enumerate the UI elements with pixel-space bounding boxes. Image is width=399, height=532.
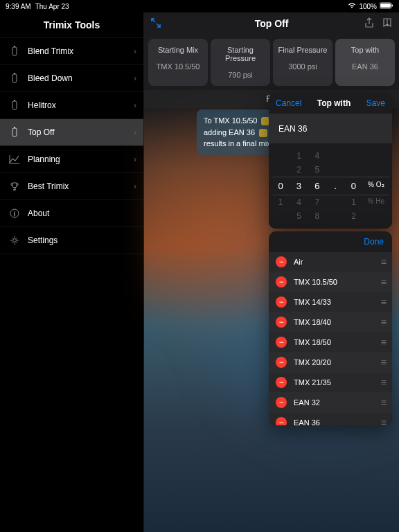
gear-icon bbox=[8, 234, 21, 247]
mix-list[interactable]: −Air≡ −TMX 10.5/50≡ −TMX 14/33≡ −TMX 18/… bbox=[269, 252, 392, 425]
delete-icon[interactable]: − bbox=[276, 417, 287, 425]
card-top-with[interactable]: Top with EAN 36 bbox=[335, 39, 395, 86]
cancel-button[interactable]: Cancel bbox=[276, 98, 301, 108]
mix-list-popover: Done −Air≡ −TMX 10.5/50≡ −TMX 14/33≡ −TM… bbox=[269, 231, 392, 425]
list-item[interactable]: −EAN 36≡ bbox=[269, 413, 392, 425]
svg-rect-10 bbox=[14, 127, 15, 128]
delete-icon[interactable]: − bbox=[276, 377, 287, 388]
drag-handle-icon[interactable]: ≡ bbox=[381, 317, 385, 328]
list-item[interactable]: −TMX 10.5/50≡ bbox=[269, 272, 392, 292]
list-item[interactable]: −TMX 18/40≡ bbox=[269, 312, 392, 332]
svg-rect-6 bbox=[14, 73, 15, 74]
value-slot bbox=[259, 129, 267, 137]
delete-icon[interactable]: − bbox=[276, 276, 287, 287]
unit-he: % He bbox=[365, 197, 387, 207]
svg-rect-8 bbox=[14, 100, 15, 101]
drag-handle-icon[interactable]: ≡ bbox=[381, 377, 385, 388]
sidebar-item-best-trimix[interactable]: Best Trimix › bbox=[0, 173, 143, 200]
expand-icon[interactable] bbox=[151, 18, 161, 30]
list-item[interactable]: −TMX 21/35≡ bbox=[269, 373, 392, 393]
list-item[interactable]: −EAN 32≡ bbox=[269, 393, 392, 413]
msg-line: adding EAN 36 bbox=[204, 128, 255, 136]
chevron-right-icon: › bbox=[134, 181, 136, 191]
svg-rect-2 bbox=[392, 5, 393, 7]
list-label: TMX 21/35 bbox=[294, 378, 381, 387]
sidebar-item-top-off[interactable]: Top Off › bbox=[0, 119, 143, 146]
sidebar-item-label: Helitrox bbox=[28, 100, 56, 110]
delete-icon[interactable]: − bbox=[276, 317, 287, 328]
sidebar-item-blend-trimix[interactable]: Blend Trimix › bbox=[0, 38, 143, 65]
sidebar-item-about[interactable]: About bbox=[0, 200, 143, 227]
delete-icon[interactable]: − bbox=[276, 337, 287, 348]
sidebar-item-planning[interactable]: Planning › bbox=[0, 146, 143, 173]
delete-icon[interactable]: − bbox=[276, 296, 287, 308]
summary-cards: Starting Mix TMX 10.5/50 Starting Pressu… bbox=[144, 35, 399, 90]
card-title: Starting Mix bbox=[151, 46, 205, 54]
sidebar-item-helitrox[interactable]: Helitrox › bbox=[0, 92, 143, 119]
mix-name-field[interactable]: EAN 36 bbox=[269, 114, 392, 143]
trophy-icon bbox=[8, 180, 21, 193]
save-button[interactable]: Save bbox=[366, 98, 385, 108]
card-value: 790 psi bbox=[213, 71, 267, 79]
main-panel: Top Off Starting Mix TMX 10.5/50 Startin… bbox=[144, 12, 399, 532]
list-item[interactable]: −TMX 14/33≡ bbox=[269, 292, 392, 312]
drag-handle-icon[interactable]: ≡ bbox=[381, 256, 385, 267]
list-item[interactable]: −TMX 20/20≡ bbox=[269, 353, 392, 373]
list-label: TMX 18/40 bbox=[294, 318, 381, 326]
sidebar-item-label: Planning bbox=[28, 154, 60, 164]
tank-icon bbox=[8, 72, 21, 85]
card-final-pressure[interactable]: Final Pressure 3000 psi bbox=[273, 39, 332, 86]
battery-icon bbox=[380, 2, 393, 10]
info-icon bbox=[8, 207, 21, 220]
card-starting-mix[interactable]: Starting Mix TMX 10.5/50 bbox=[148, 39, 208, 86]
drag-handle-icon[interactable]: ≡ bbox=[381, 337, 385, 348]
delete-icon[interactable]: − bbox=[276, 256, 287, 267]
drag-handle-icon[interactable]: ≡ bbox=[381, 397, 385, 408]
bookmark-icon[interactable] bbox=[382, 17, 392, 30]
drag-handle-icon[interactable]: ≡ bbox=[381, 417, 385, 425]
card-value: EAN 36 bbox=[338, 62, 392, 71]
svg-rect-9 bbox=[12, 128, 17, 136]
status-bar: 9:39 AM Thu Apr 23 100% bbox=[0, 0, 399, 12]
tank-icon bbox=[8, 99, 21, 112]
drag-handle-icon[interactable]: ≡ bbox=[381, 276, 385, 287]
top-with-popover: Cancel Top with Save EAN 36 14 25 036.0%… bbox=[269, 93, 392, 229]
chevron-right-icon: › bbox=[134, 73, 136, 83]
done-button[interactable]: Done bbox=[364, 237, 384, 247]
card-starting-pressure[interactable]: Starting Pressure 790 psi bbox=[211, 39, 270, 86]
battery-text: 100% bbox=[359, 3, 377, 10]
chevron-right-icon: › bbox=[134, 46, 136, 56]
drag-handle-icon[interactable]: ≡ bbox=[381, 296, 385, 308]
sidebar-item-label: Blend Trimix bbox=[28, 46, 73, 56]
tank-icon bbox=[8, 126, 21, 139]
svg-rect-5 bbox=[12, 74, 17, 82]
planning-icon bbox=[8, 153, 21, 166]
list-label: TMX 18/50 bbox=[294, 338, 381, 346]
chevron-right-icon: › bbox=[134, 127, 136, 137]
list-label: EAN 32 bbox=[294, 398, 381, 407]
list-label: TMX 20/20 bbox=[294, 358, 381, 366]
status-time: 9:39 AM bbox=[6, 3, 31, 10]
sidebar-item-settings[interactable]: Settings bbox=[0, 227, 143, 254]
list-item[interactable]: −TMX 18/50≡ bbox=[269, 332, 392, 353]
sidebar-item-label: Settings bbox=[28, 236, 57, 245]
sidebar-title: Trimix Tools bbox=[0, 12, 143, 38]
list-item[interactable]: −Air≡ bbox=[269, 252, 392, 272]
sidebar: Trimix Tools Blend Trimix › Bleed Down ›… bbox=[0, 12, 144, 532]
delete-icon[interactable]: − bbox=[276, 357, 287, 368]
popover-title: Top with bbox=[317, 98, 351, 108]
unit-o2: % O₂ bbox=[365, 181, 387, 191]
sidebar-item-bleed-down[interactable]: Bleed Down › bbox=[0, 65, 143, 92]
svg-point-12 bbox=[13, 239, 17, 242]
share-icon[interactable] bbox=[364, 17, 374, 30]
msg-line: To TMX 10.5/50 bbox=[204, 116, 257, 125]
delete-icon[interactable]: − bbox=[276, 397, 287, 408]
svg-rect-7 bbox=[12, 101, 17, 109]
card-title: Top with bbox=[338, 46, 392, 54]
value-picker[interactable]: 14 25 036.0% O₂ 1471% He 582 bbox=[269, 143, 392, 229]
tank-icon bbox=[8, 45, 21, 57]
sidebar-item-label: Bleed Down bbox=[28, 73, 73, 83]
card-value: TMX 10.5/50 bbox=[151, 62, 205, 71]
drag-handle-icon[interactable]: ≡ bbox=[381, 357, 385, 368]
list-label: TMX 14/33 bbox=[294, 298, 381, 306]
